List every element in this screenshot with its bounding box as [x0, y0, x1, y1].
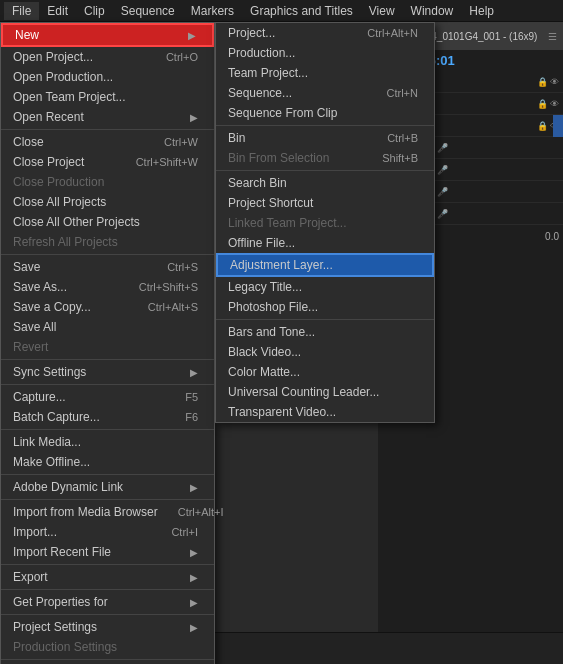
submenu-search-bin[interactable]: Search Bin: [216, 173, 434, 193]
submenu-project-label: Project...: [228, 26, 275, 40]
import-mb-shortcut: Ctrl+Alt+I: [178, 506, 224, 518]
menu-item-import-media-browser[interactable]: Import from Media Browser Ctrl+Alt+I: [1, 502, 214, 522]
submenu-production[interactable]: Production...: [216, 43, 434, 63]
menu-markers[interactable]: Markers: [183, 2, 242, 20]
submenu-bin-sel-label: Bin From Selection: [228, 151, 329, 165]
submenu-transparent-video[interactable]: Transparent Video...: [216, 402, 434, 422]
submenu-legacy-title[interactable]: Legacy Title...: [216, 277, 434, 297]
sync-label: Sync Settings: [13, 365, 86, 379]
save-label: Save: [13, 260, 40, 274]
menu-item-save-as[interactable]: Save As... Ctrl+Shift+S: [1, 277, 214, 297]
production-settings-label: Production Settings: [13, 640, 117, 654]
submenu-bin-sel-shortcut: Shift+B: [382, 152, 418, 164]
submenu-color-matte[interactable]: Color Matte...: [216, 362, 434, 382]
sep7: [1, 499, 214, 500]
submenu-linked-team: Linked Team Project...: [216, 213, 434, 233]
menu-sequence[interactable]: Sequence: [113, 2, 183, 20]
submenu-black-video[interactable]: Black Video...: [216, 342, 434, 362]
submenu-adjustment-label: Adjustment Layer...: [230, 258, 333, 272]
menu-item-refresh: Refresh All Projects: [1, 232, 214, 252]
submenu-production-label: Production...: [228, 46, 295, 60]
submenu-sequence-label: Sequence...: [228, 86, 292, 100]
menu-item-open-project[interactable]: Open Project... Ctrl+O: [1, 47, 214, 67]
project-settings-label: Project Settings: [13, 620, 97, 634]
menu-item-export[interactable]: Export ▶: [1, 567, 214, 587]
mic-icon-a4: 🎤: [437, 209, 448, 219]
menu-item-new[interactable]: New ▶: [1, 23, 214, 47]
link-media-label: Link Media...: [13, 435, 81, 449]
new-submenu: Project... Ctrl+Alt+N Production... Team…: [215, 22, 435, 423]
menu-item-open-team[interactable]: Open Team Project...: [1, 87, 214, 107]
v1-clip: [553, 115, 563, 137]
submenu-sequence[interactable]: Sequence... Ctrl+N: [216, 83, 434, 103]
batch-capture-shortcut: F6: [185, 411, 198, 423]
submenu-legacy-label: Legacy Title...: [228, 280, 302, 294]
menu-item-close-project[interactable]: Close Project Ctrl+Shift+W: [1, 152, 214, 172]
sep6: [1, 474, 214, 475]
menu-item-close-production: Close Production: [1, 172, 214, 192]
submenu-sequence-from-clip[interactable]: Sequence From Clip: [216, 103, 434, 123]
menu-item-sync[interactable]: Sync Settings ▶: [1, 362, 214, 382]
menu-item-close[interactable]: Close Ctrl+W: [1, 132, 214, 152]
submenu-team-project[interactable]: Team Project...: [216, 63, 434, 83]
submenu-offline-file[interactable]: Offline File...: [216, 233, 434, 253]
menu-item-dynamic-link[interactable]: Adobe Dynamic Link ▶: [1, 477, 214, 497]
eye-icon-v2[interactable]: 👁: [550, 99, 559, 109]
submenu-linked-team-label: Linked Team Project...: [228, 216, 347, 230]
submenu-photoshop[interactable]: Photoshop File...: [216, 297, 434, 317]
menu-item-import[interactable]: Import... Ctrl+I: [1, 522, 214, 542]
close-project-shortcut: Ctrl+Shift+W: [136, 156, 198, 168]
menu-item-import-recent[interactable]: Import Recent File ▶: [1, 542, 214, 562]
menu-item-project-settings[interactable]: Project Settings ▶: [1, 617, 214, 637]
menu-item-save-copy[interactable]: Save a Copy... Ctrl+Alt+S: [1, 297, 214, 317]
menu-item-save[interactable]: Save Ctrl+S: [1, 257, 214, 277]
arrow-icon-sync: ▶: [190, 367, 198, 378]
menu-item-open-recent[interactable]: Open Recent ▶: [1, 107, 214, 127]
menu-file[interactable]: File: [4, 2, 39, 20]
track-v3-icons: 🔒 👁: [537, 77, 559, 87]
save-shortcut: Ctrl+S: [167, 261, 198, 273]
arrow-icon-new: ▶: [188, 30, 196, 41]
revert-label: Revert: [13, 340, 48, 354]
menu-item-close-others[interactable]: Close All Other Projects: [1, 212, 214, 232]
submenu-adjustment-layer[interactable]: Adjustment Layer...: [216, 253, 434, 277]
close-production-label: Close Production: [13, 175, 104, 189]
menu-graphics[interactable]: Graphics and Titles: [242, 2, 361, 20]
mic-icon-a3: 🎤: [437, 187, 448, 197]
menu-bar: File Edit Clip Sequence Markers Graphics…: [0, 0, 563, 22]
menu-window[interactable]: Window: [403, 2, 462, 20]
submenu-transparent-label: Transparent Video...: [228, 405, 336, 419]
menu-item-open-production[interactable]: Open Production...: [1, 67, 214, 87]
menu-item-save-all[interactable]: Save All: [1, 317, 214, 337]
batch-capture-label: Batch Capture...: [13, 410, 100, 424]
menu-item-get-properties[interactable]: Get Properties for ▶: [1, 592, 214, 612]
save-as-shortcut: Ctrl+Shift+S: [139, 281, 198, 293]
submenu-project-shortcut[interactable]: Project Shortcut: [216, 193, 434, 213]
save-all-label: Save All: [13, 320, 56, 334]
submenu-search-bin-label: Search Bin: [228, 176, 287, 190]
eye-icon[interactable]: 👁: [550, 77, 559, 87]
menu-clip[interactable]: Clip: [76, 2, 113, 20]
menu-item-batch-capture[interactable]: Batch Capture... F6: [1, 407, 214, 427]
save-copy-label: Save a Copy...: [13, 300, 91, 314]
rt-menu-icon[interactable]: ☰: [548, 31, 557, 42]
track-v2-icons: 🔒 👁: [537, 99, 559, 109]
submenu-bin-selection: Bin From Selection Shift+B: [216, 148, 434, 168]
menu-item-close-all[interactable]: Close All Projects: [1, 192, 214, 212]
submenu-bin[interactable]: Bin Ctrl+B: [216, 128, 434, 148]
submenu-project[interactable]: Project... Ctrl+Alt+N: [216, 23, 434, 43]
mic-icon-a1: 🎤: [437, 143, 448, 153]
menu-view[interactable]: View: [361, 2, 403, 20]
menu-item-link-media[interactable]: Link Media...: [1, 432, 214, 452]
menu-edit[interactable]: Edit: [39, 2, 76, 20]
export-label: Export: [13, 570, 48, 584]
open-project-label: Open Project...: [13, 50, 93, 64]
submenu-counting-leader[interactable]: Universal Counting Leader...: [216, 382, 434, 402]
import-media-browser-label: Import from Media Browser: [13, 505, 158, 519]
menu-help[interactable]: Help: [461, 2, 502, 20]
sep1: [1, 129, 214, 130]
menu-item-capture[interactable]: Capture... F5: [1, 387, 214, 407]
menu-item-make-offline[interactable]: Make Offline...: [1, 452, 214, 472]
mic-icon-a2: 🎤: [437, 165, 448, 175]
submenu-bars-tone[interactable]: Bars and Tone...: [216, 322, 434, 342]
